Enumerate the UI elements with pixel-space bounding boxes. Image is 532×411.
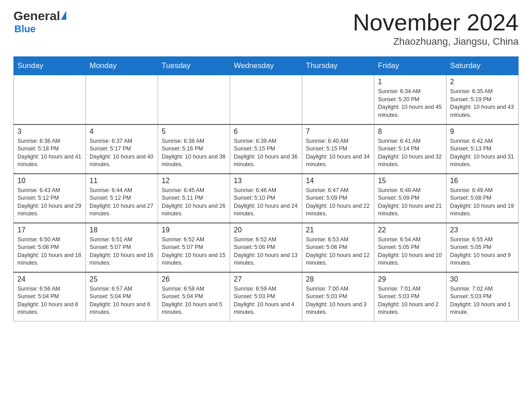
day-number: 13: [234, 177, 298, 185]
day-number: 29: [378, 275, 442, 283]
weekday-header-tuesday: Tuesday: [158, 57, 230, 75]
day-info: Sunrise: 6:51 AM Sunset: 5:07 PM Dayligh…: [90, 236, 154, 267]
day-info: Sunrise: 6:49 AM Sunset: 5:08 PM Dayligh…: [450, 187, 515, 218]
calendar-cell: 10Sunrise: 6:43 AM Sunset: 5:12 PM Dayli…: [14, 174, 86, 223]
calendar-cell: 1Sunrise: 6:34 AM Sunset: 5:20 PM Daylig…: [374, 75, 446, 124]
calendar-cell: [302, 75, 374, 124]
calendar-cell: 20Sunrise: 6:52 AM Sunset: 5:06 PM Dayli…: [230, 223, 302, 272]
day-info: Sunrise: 6:55 AM Sunset: 5:05 PM Dayligh…: [450, 236, 515, 267]
day-info: Sunrise: 6:58 AM Sunset: 5:04 PM Dayligh…: [162, 285, 226, 317]
weekday-header-monday: Monday: [86, 57, 158, 75]
calendar-table: SundayMondayTuesdayWednesdayThursdayFrid…: [13, 56, 519, 321]
day-number: 19: [162, 226, 226, 234]
day-number: 7: [306, 128, 370, 136]
day-info: Sunrise: 6:37 AM Sunset: 5:17 PM Dayligh…: [90, 137, 154, 169]
day-number: 26: [162, 275, 226, 283]
day-number: 25: [90, 275, 154, 283]
day-number: 2: [450, 78, 515, 86]
calendar-cell: 13Sunrise: 6:46 AM Sunset: 5:10 PM Dayli…: [230, 174, 302, 223]
calendar-cell: 8Sunrise: 6:41 AM Sunset: 5:14 PM Daylig…: [374, 124, 446, 174]
day-number: 9: [450, 128, 515, 136]
calendar-week-row: 1Sunrise: 6:34 AM Sunset: 5:20 PM Daylig…: [14, 75, 519, 124]
weekday-header-saturday: Saturday: [446, 57, 519, 75]
day-info: Sunrise: 6:39 AM Sunset: 5:15 PM Dayligh…: [234, 137, 298, 169]
calendar-cell: 15Sunrise: 6:48 AM Sunset: 5:09 PM Dayli…: [374, 174, 446, 223]
calendar-cell: 18Sunrise: 6:51 AM Sunset: 5:07 PM Dayli…: [86, 223, 158, 272]
title-block: November 2024 Zhaozhuang, Jiangsu, China: [353, 9, 519, 47]
calendar-week-row: 24Sunrise: 6:56 AM Sunset: 5:04 PM Dayli…: [14, 272, 519, 321]
day-info: Sunrise: 6:46 AM Sunset: 5:10 PM Dayligh…: [234, 187, 298, 218]
day-number: 28: [306, 275, 370, 283]
calendar-cell: 19Sunrise: 6:52 AM Sunset: 5:07 PM Dayli…: [158, 223, 230, 272]
calendar-cell: [230, 75, 302, 124]
logo-general-text: General: [13, 9, 60, 23]
day-info: Sunrise: 6:52 AM Sunset: 5:06 PM Dayligh…: [234, 236, 298, 267]
day-info: Sunrise: 6:44 AM Sunset: 5:12 PM Dayligh…: [90, 187, 154, 218]
day-number: 4: [90, 128, 154, 136]
day-number: 14: [306, 177, 370, 185]
day-number: 30: [450, 275, 515, 283]
day-info: Sunrise: 7:02 AM Sunset: 5:03 PM Dayligh…: [450, 285, 515, 317]
day-info: Sunrise: 6:52 AM Sunset: 5:07 PM Dayligh…: [162, 236, 226, 267]
day-info: Sunrise: 6:45 AM Sunset: 5:11 PM Dayligh…: [162, 187, 226, 218]
day-info: Sunrise: 7:01 AM Sunset: 5:03 PM Dayligh…: [378, 285, 442, 317]
weekday-header-friday: Friday: [374, 57, 446, 75]
calendar-cell: 25Sunrise: 6:57 AM Sunset: 5:04 PM Dayli…: [86, 272, 158, 321]
calendar-cell: 30Sunrise: 7:02 AM Sunset: 5:03 PM Dayli…: [446, 272, 519, 321]
day-info: Sunrise: 6:53 AM Sunset: 5:06 PM Dayligh…: [306, 236, 370, 267]
day-number: 27: [234, 275, 298, 283]
day-info: Sunrise: 6:36 AM Sunset: 5:18 PM Dayligh…: [17, 137, 82, 169]
calendar-cell: 26Sunrise: 6:58 AM Sunset: 5:04 PM Dayli…: [158, 272, 230, 321]
calendar-cell: 2Sunrise: 6:35 AM Sunset: 5:19 PM Daylig…: [446, 75, 519, 124]
day-number: 24: [17, 275, 82, 283]
calendar-cell: 6Sunrise: 6:39 AM Sunset: 5:15 PM Daylig…: [230, 124, 302, 174]
day-info: Sunrise: 6:57 AM Sunset: 5:04 PM Dayligh…: [90, 285, 154, 317]
day-number: 3: [17, 128, 82, 136]
calendar-cell: 23Sunrise: 6:55 AM Sunset: 5:05 PM Dayli…: [446, 223, 519, 272]
calendar-cell: [158, 75, 230, 124]
calendar-cell: 22Sunrise: 6:54 AM Sunset: 5:05 PM Dayli…: [374, 223, 446, 272]
day-number: 1: [378, 78, 442, 86]
day-info: Sunrise: 6:34 AM Sunset: 5:20 PM Dayligh…: [378, 88, 442, 119]
day-number: 15: [378, 177, 442, 185]
calendar-cell: 12Sunrise: 6:45 AM Sunset: 5:11 PM Dayli…: [158, 174, 230, 223]
calendar-cell: 5Sunrise: 6:38 AM Sunset: 5:16 PM Daylig…: [158, 124, 230, 174]
day-info: Sunrise: 6:35 AM Sunset: 5:19 PM Dayligh…: [450, 88, 515, 119]
day-number: 5: [162, 128, 226, 136]
day-number: 21: [306, 226, 370, 234]
day-info: Sunrise: 6:50 AM Sunset: 5:08 PM Dayligh…: [17, 236, 82, 267]
weekday-header-thursday: Thursday: [302, 57, 374, 75]
calendar-cell: 11Sunrise: 6:44 AM Sunset: 5:12 PM Dayli…: [86, 174, 158, 223]
calendar-cell: 14Sunrise: 6:47 AM Sunset: 5:09 PM Dayli…: [302, 174, 374, 223]
day-number: 20: [234, 226, 298, 234]
calendar-cell: 27Sunrise: 6:59 AM Sunset: 5:03 PM Dayli…: [230, 272, 302, 321]
day-info: Sunrise: 6:40 AM Sunset: 5:15 PM Dayligh…: [306, 137, 370, 169]
calendar-cell: [14, 75, 86, 124]
calendar-cell: 28Sunrise: 7:00 AM Sunset: 5:03 PM Dayli…: [302, 272, 374, 321]
calendar-week-row: 17Sunrise: 6:50 AM Sunset: 5:08 PM Dayli…: [14, 223, 519, 272]
calendar-cell: 21Sunrise: 6:53 AM Sunset: 5:06 PM Dayli…: [302, 223, 374, 272]
calendar-cell: 24Sunrise: 6:56 AM Sunset: 5:04 PM Dayli…: [14, 272, 86, 321]
calendar-cell: 17Sunrise: 6:50 AM Sunset: 5:08 PM Dayli…: [14, 223, 86, 272]
day-number: 17: [17, 226, 82, 234]
calendar-cell: 3Sunrise: 6:36 AM Sunset: 5:18 PM Daylig…: [14, 124, 86, 174]
day-info: Sunrise: 6:56 AM Sunset: 5:04 PM Dayligh…: [17, 285, 82, 317]
day-info: Sunrise: 6:48 AM Sunset: 5:09 PM Dayligh…: [378, 187, 442, 218]
calendar-week-row: 10Sunrise: 6:43 AM Sunset: 5:12 PM Dayli…: [14, 174, 519, 223]
day-number: 10: [17, 177, 82, 185]
day-info: Sunrise: 6:43 AM Sunset: 5:12 PM Dayligh…: [17, 187, 82, 218]
weekday-header-row: SundayMondayTuesdayWednesdayThursdayFrid…: [14, 57, 519, 75]
day-number: 11: [90, 177, 154, 185]
day-info: Sunrise: 6:38 AM Sunset: 5:16 PM Dayligh…: [162, 137, 226, 169]
day-info: Sunrise: 6:47 AM Sunset: 5:09 PM Dayligh…: [306, 187, 370, 218]
calendar-cell: 4Sunrise: 6:37 AM Sunset: 5:17 PM Daylig…: [86, 124, 158, 174]
calendar-cell: 7Sunrise: 6:40 AM Sunset: 5:15 PM Daylig…: [302, 124, 374, 174]
day-number: 22: [378, 226, 442, 234]
calendar-cell: 9Sunrise: 6:42 AM Sunset: 5:13 PM Daylig…: [446, 124, 519, 174]
month-title: November 2024: [353, 9, 519, 36]
logo-triangle-icon: [61, 11, 66, 20]
location-text: Zhaozhuang, Jiangsu, China: [353, 36, 519, 47]
day-info: Sunrise: 6:54 AM Sunset: 5:05 PM Dayligh…: [378, 236, 442, 267]
day-number: 12: [162, 177, 226, 185]
calendar-cell: [86, 75, 158, 124]
